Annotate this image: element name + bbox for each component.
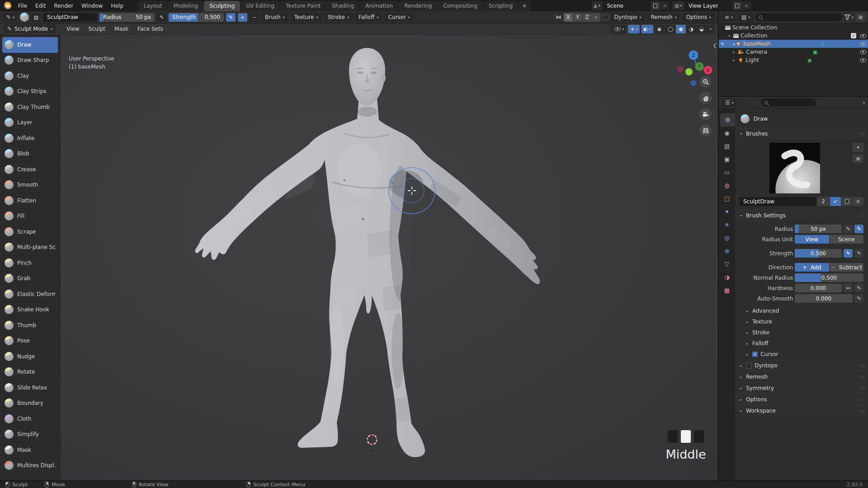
pan-hand-button[interactable] bbox=[699, 92, 712, 104]
brush-tool-item[interactable]: Blob bbox=[2, 146, 58, 162]
mirror-axis-button[interactable]: Y bbox=[573, 13, 582, 22]
workspace-tab[interactable]: Scripting bbox=[483, 1, 518, 11]
axis-neg-z[interactable] bbox=[691, 80, 697, 86]
brush-tool-item[interactable]: Elastic Deform bbox=[2, 286, 58, 302]
brush-tool-item[interactable]: Crease bbox=[2, 162, 58, 178]
menubar-menu[interactable]: Window bbox=[77, 1, 107, 10]
new-collection-button[interactable]: ⊞ bbox=[856, 13, 865, 22]
brush-tool-item[interactable]: Clay Strips bbox=[2, 84, 58, 100]
properties-tab[interactable]: ▽ bbox=[719, 258, 735, 271]
properties-tab[interactable]: ◑ bbox=[719, 271, 735, 284]
drag-handle-icon[interactable]: ∷∷ bbox=[859, 408, 864, 413]
outliner-search-input[interactable] bbox=[755, 13, 842, 21]
brush-tool-item[interactable]: Boundary bbox=[2, 396, 58, 412]
gizmos-toggle[interactable]: ✛ ▾ bbox=[628, 25, 639, 33]
axis-neg-y[interactable] bbox=[685, 68, 693, 75]
mirror-more-dropdown[interactable]: ▾ bbox=[592, 13, 600, 22]
mirror-axis-button[interactable]: Z bbox=[583, 13, 592, 22]
scene-name[interactable]: Scene bbox=[602, 1, 651, 10]
auto-smooth-pressure-button[interactable]: ✎ bbox=[854, 294, 863, 303]
active-tool-dropdown[interactable]: ✎▾ bbox=[3, 13, 18, 22]
brush-tool-item[interactable]: Clay bbox=[2, 68, 58, 84]
options-dropdown[interactable]: Options▾ bbox=[683, 13, 715, 22]
strength-slider[interactable]: 0.500 bbox=[795, 249, 842, 258]
brush-tool-item[interactable]: Layer bbox=[2, 115, 58, 131]
workspace-tab[interactable]: UV Editing bbox=[241, 1, 280, 11]
rendered-shading-button[interactable]: ◒ bbox=[697, 25, 707, 33]
collapsed-panel[interactable]: ▸ Workspace ∷∷ bbox=[735, 405, 868, 416]
brush-preview-icon[interactable] bbox=[20, 13, 29, 22]
properties-tab[interactable]: ▤ bbox=[719, 140, 735, 153]
brush-tool-item[interactable]: Rotate bbox=[2, 365, 58, 380]
sidebar-toggle-arrow[interactable]: ❮ bbox=[713, 42, 717, 48]
properties-tab[interactable]: ▣ bbox=[719, 153, 735, 166]
brush-tool-item[interactable]: Draw bbox=[2, 37, 58, 53]
remesh-dropdown[interactable]: Remesh▾ bbox=[647, 13, 680, 22]
scene-selector[interactable]: ◭ ▾ Scene × bbox=[592, 1, 670, 10]
add-workspace-button[interactable]: + bbox=[519, 1, 530, 11]
mirror-axis-button[interactable]: X bbox=[564, 13, 573, 22]
brush-select-dropdown[interactable]: ▾ bbox=[853, 143, 863, 152]
brush-preview-image[interactable] bbox=[769, 143, 820, 193]
strength-pressure-button[interactable]: ✎ bbox=[844, 249, 853, 258]
duplicate-brush-button[interactable] bbox=[841, 197, 852, 206]
outliner-row-basemesh[interactable]: ✎ ▸ ▼ baseMesh ▽ bbox=[719, 40, 868, 48]
brush-name-field[interactable]: SculptDraw bbox=[740, 197, 816, 206]
properties-options-dropdown[interactable]: ▾ bbox=[863, 101, 865, 105]
viewport-3d[interactable]: ✎Sculpt Mode▾ ViewSculptMaskFace Sets ▾ … bbox=[0, 23, 718, 480]
radius-pressure-button[interactable]: ✎ bbox=[157, 13, 166, 22]
properties-tab[interactable]: ◎ bbox=[719, 231, 735, 244]
direction-add-button[interactable]: + bbox=[238, 13, 247, 22]
drag-handle-icon[interactable]: ∷∷ bbox=[859, 375, 864, 380]
brush-tool-item[interactable]: Inflate bbox=[2, 131, 58, 146]
collapsed-panel[interactable]: ▸ Dyntopo ∷∷ bbox=[735, 360, 868, 371]
radius-unit-view[interactable]: View bbox=[795, 235, 829, 244]
disclosure-triangle[interactable]: ▸ bbox=[731, 50, 736, 54]
remove-view-layer-button[interactable]: × bbox=[741, 1, 751, 10]
menubar-menu[interactable]: Help bbox=[107, 1, 127, 10]
dyntopo-dropdown[interactable]: Dyntopo▾ bbox=[611, 13, 645, 22]
brush-tool-item[interactable]: Grab bbox=[2, 271, 58, 287]
brush-texture-icon[interactable]: ▨ bbox=[31, 13, 41, 22]
disclosure-triangle[interactable]: ▾ bbox=[727, 34, 731, 38]
eye-icon[interactable] bbox=[860, 34, 866, 38]
brush-tool-item[interactable]: Flatten bbox=[2, 193, 58, 209]
viewport-menu[interactable]: Face Sets bbox=[133, 24, 167, 33]
menubar-menu[interactable]: File bbox=[14, 1, 31, 10]
workspace-tab[interactable]: Sculpting bbox=[204, 1, 240, 11]
strength-pressure-button[interactable]: ✎ bbox=[226, 13, 236, 22]
material-shading-button[interactable]: ◑ bbox=[686, 25, 696, 33]
radius-falloff-button[interactable]: ✎ bbox=[844, 225, 853, 233]
drag-handle-icon[interactable]: ∷∷ bbox=[859, 213, 864, 218]
workspace-tab[interactable]: Texture Paint bbox=[280, 1, 326, 11]
direction-subtract-button[interactable]: −Subtract bbox=[830, 263, 864, 272]
strength-slider[interactable]: Strength0.500 bbox=[169, 13, 224, 22]
collapsed-subpanel[interactable]: ▸ Stroke bbox=[735, 327, 868, 338]
radius-slider[interactable]: 50 px bbox=[795, 225, 842, 233]
editor-type-dropdown[interactable]: ≡▾ bbox=[722, 13, 736, 22]
brush-tool-item[interactable]: Pinch bbox=[2, 255, 58, 271]
collapsed-subpanel[interactable]: ▸ Advanced bbox=[735, 305, 868, 316]
subpanel-checkbox[interactable]: ✓ bbox=[752, 352, 758, 357]
workspace-tab[interactable]: Animation bbox=[360, 1, 398, 11]
radius-pressure-button[interactable]: ✎ bbox=[854, 225, 863, 233]
disclosure-triangle[interactable]: ▸ bbox=[728, 42, 733, 46]
axis-neg-x[interactable] bbox=[677, 66, 684, 72]
collapsed-subpanel[interactable]: ▸ ✓ Cursor bbox=[735, 349, 868, 360]
viewport-menu[interactable]: Mask bbox=[110, 24, 132, 33]
outliner-row-light[interactable]: ▸ Light ◉ bbox=[719, 56, 868, 64]
eye-icon[interactable] bbox=[860, 50, 866, 54]
brush-tool-item[interactable]: Pose bbox=[2, 333, 58, 349]
brushes-panel-header[interactable]: ▾ Brushes ∷∷ bbox=[735, 128, 868, 139]
hardness-pressure-button[interactable]: ✎ bbox=[854, 284, 863, 292]
collapsed-subpanel[interactable]: ▸ Falloff bbox=[735, 338, 868, 349]
brush-tool-item[interactable]: Mask bbox=[2, 442, 58, 458]
strength-falloff-button[interactable]: ✎ bbox=[854, 249, 863, 258]
brush-thumbnail-button[interactable]: ▨ bbox=[853, 154, 863, 163]
disclosure-triangle[interactable]: ▸ bbox=[731, 58, 736, 62]
normal-radius-slider[interactable]: 0.500 bbox=[795, 273, 863, 282]
auto-smooth-slider[interactable]: 0.000 bbox=[795, 294, 853, 303]
brush-tool-item[interactable]: Simplify bbox=[2, 427, 58, 443]
view-layer-name[interactable]: View Layer bbox=[684, 1, 733, 10]
dyntopo-checkbox[interactable] bbox=[603, 14, 609, 20]
